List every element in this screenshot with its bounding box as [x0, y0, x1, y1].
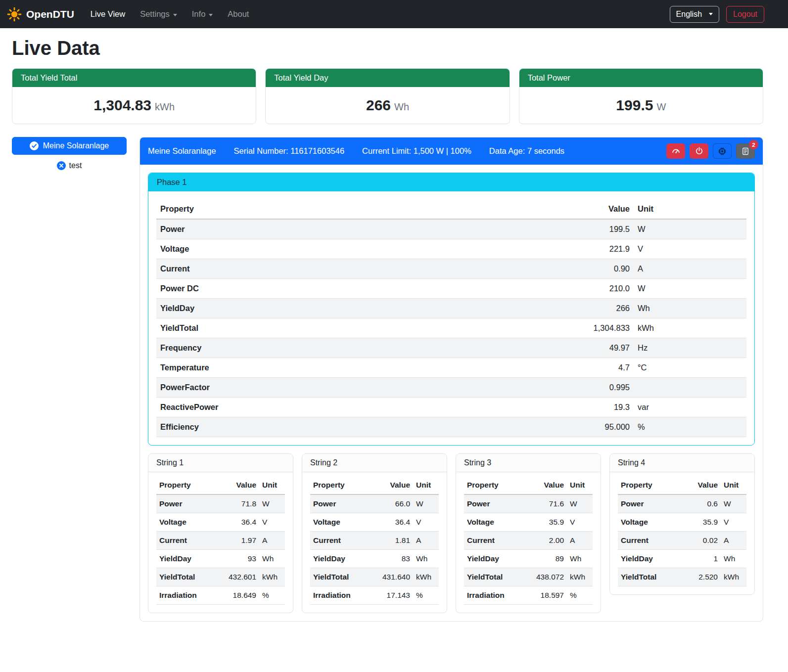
table-row: Voltage 35.9 V	[618, 513, 746, 532]
unit-cell: A	[413, 532, 439, 550]
property-cell: Power	[156, 494, 221, 513]
property-cell: YieldTotal	[618, 568, 682, 586]
unit-cell: %	[259, 586, 285, 605]
value-cell: 210.0	[559, 279, 634, 299]
table-row: Voltage 36.4 V	[156, 513, 285, 532]
value-cell: 49.97	[559, 338, 634, 358]
device-info-button[interactable]	[713, 143, 732, 159]
column-header-property: Property	[156, 199, 559, 219]
unit-cell: kWh	[259, 568, 285, 586]
table-row: Power 0.6 W	[618, 494, 746, 513]
check-circle-icon	[30, 141, 39, 150]
property-cell: Efficiency	[156, 417, 559, 437]
card-body: 199.5W	[519, 87, 763, 124]
inverter-serial: Serial Number: 116171603546	[234, 146, 345, 156]
card-body: 1,304.83kWh	[12, 87, 256, 124]
table-header-row: Property Value Unit	[310, 476, 439, 494]
cpu-icon	[718, 147, 727, 156]
table-row: Frequency 49.97 Hz	[156, 338, 746, 358]
property-cell: YieldDay	[464, 550, 528, 568]
property-cell: Temperature	[156, 358, 559, 378]
total-yield-day-card: Total Yield Day 266Wh	[265, 68, 510, 124]
nav-live-view[interactable]: Live View	[83, 5, 133, 23]
table-row: Irradiation 17.143 %	[310, 586, 439, 605]
inverter-select-label: test	[69, 161, 82, 170]
value-cell: 0.02	[682, 532, 721, 550]
unit-cell: kWh	[413, 568, 439, 586]
nav-info[interactable]: Info	[185, 5, 221, 23]
unit-cell: W	[634, 219, 746, 239]
value-cell: 66.0	[374, 494, 413, 513]
property-cell: Voltage	[618, 513, 682, 532]
table-row: Current 1.81 A	[310, 532, 439, 550]
value-cell: 221.9	[559, 239, 634, 259]
property-cell: Irradiation	[156, 586, 221, 605]
unit-cell: V	[721, 513, 746, 532]
sun-icon	[7, 7, 22, 22]
card-header: Total Yield Day	[266, 69, 509, 87]
column-header-unit: Unit	[721, 476, 746, 494]
inverter-panel-header: Meine Solaranlage Serial Number: 1161716…	[140, 137, 763, 165]
column-header-property: Property	[310, 476, 374, 494]
property-cell: YieldTotal	[156, 318, 559, 338]
total-power-unit: W	[656, 101, 666, 112]
total-yield-total-unit: kWh	[155, 101, 175, 112]
string-4-table: Property Value Unit Power 0.6	[618, 476, 746, 586]
value-cell: 36.4	[221, 513, 259, 532]
unit-cell: V	[567, 513, 593, 532]
value-cell: 266	[559, 299, 634, 318]
property-cell: Power	[156, 219, 559, 239]
property-cell: Current	[618, 532, 682, 550]
property-cell: Irradiation	[464, 586, 528, 605]
table-row: Irradiation 18.649 %	[156, 586, 285, 605]
value-cell: 0.90	[559, 259, 634, 279]
unit-cell: V	[634, 239, 746, 259]
page-container: Live Data Total Yield Total 1,304.83kWh …	[0, 28, 788, 634]
property-cell: ReactivePower	[156, 398, 559, 417]
table-row: Power 71.8 W	[156, 494, 285, 513]
column-header-unit: Unit	[567, 476, 593, 494]
total-yield-day-unit: Wh	[394, 101, 409, 112]
table-row: Power 199.5 W	[156, 219, 746, 239]
unit-cell: V	[413, 513, 439, 532]
unit-cell: Wh	[567, 550, 593, 568]
nav-links: Live View Settings Info About	[83, 5, 257, 23]
brand[interactable]: OpenDTU	[7, 7, 74, 22]
table-row: Voltage 36.4 V	[310, 513, 439, 532]
table-row: Voltage 35.9 V	[464, 513, 593, 532]
property-cell: Current	[464, 532, 528, 550]
string-4-card: String 4 Property Value Unit	[609, 453, 755, 595]
string-2-header: String 2	[302, 454, 447, 472]
unit-cell: var	[634, 398, 746, 417]
event-log-button[interactable]: 2	[736, 143, 755, 159]
logout-button[interactable]: Logout	[726, 6, 764, 23]
power-button[interactable]	[690, 143, 708, 159]
table-row: Efficiency 95.000 %	[156, 417, 746, 437]
table-row: YieldDay 83 Wh	[310, 550, 439, 568]
value-cell: 1	[682, 550, 721, 568]
unit-cell: W	[721, 494, 746, 513]
property-cell: Irradiation	[310, 586, 374, 605]
limit-settings-button[interactable]	[666, 143, 685, 159]
language-select[interactable]: English	[670, 6, 719, 23]
unit-cell	[634, 378, 746, 398]
summary-cards: Total Yield Total 1,304.83kWh Total Yiel…	[12, 68, 763, 124]
inverter-select-test[interactable]: test	[12, 161, 127, 170]
string-1-header: String 1	[148, 454, 293, 472]
column-header-value: Value	[374, 476, 413, 494]
unit-cell: A	[259, 532, 285, 550]
property-cell: YieldDay	[618, 550, 682, 568]
total-yield-total-value: 1,304.83	[93, 97, 151, 113]
brand-title: OpenDTU	[26, 8, 74, 20]
value-cell: 18.649	[221, 586, 259, 605]
inverter-actions: 2	[666, 143, 755, 159]
nav-settings[interactable]: Settings	[133, 5, 185, 23]
property-cell: YieldTotal	[156, 568, 221, 586]
inverter-select-meine-solaranlage[interactable]: Meine Solaranlage	[12, 137, 127, 155]
table-header-row: Property Value Unit	[156, 476, 285, 494]
nav-about[interactable]: About	[220, 5, 256, 23]
column-header-property: Property	[464, 476, 528, 494]
string-1-card: String 1 Property Value Unit	[148, 453, 293, 613]
value-cell: 1,304.833	[559, 318, 634, 338]
value-cell: 36.4	[374, 513, 413, 532]
